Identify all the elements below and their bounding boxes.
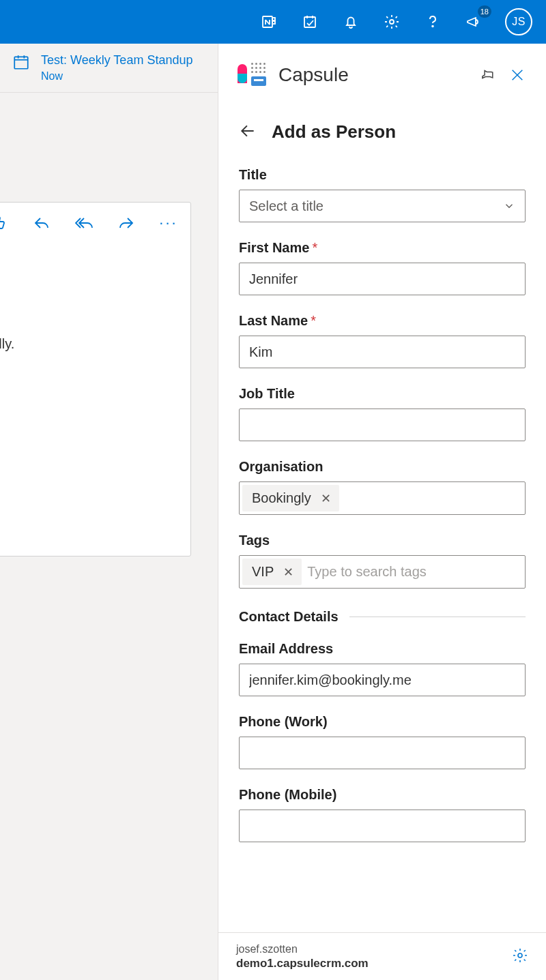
phone-mobile-input[interactable] (239, 810, 526, 842)
reply-all-icon[interactable] (74, 213, 94, 233)
footer-user: josef.szotten (236, 943, 369, 955)
remove-tag-icon[interactable]: ✕ (283, 565, 293, 580)
chevron-down-icon (503, 200, 515, 212)
reply-icon[interactable] (32, 213, 51, 233)
label-first-name: First Name* (239, 240, 526, 256)
notification-badge: 18 (478, 5, 491, 18)
phone-work-input[interactable] (239, 737, 526, 769)
label-phone-work: Phone (Work) (239, 714, 526, 730)
organisation-input[interactable]: Bookingly ✕ (239, 481, 526, 515)
mail-reading-pane: ··· onally. (0, 202, 191, 556)
calendar-event-row[interactable]: Test: Weekly Team Standup Now (0, 44, 218, 93)
event-title: Test: Weekly Team Standup (41, 53, 192, 68)
pin-icon[interactable] (478, 65, 497, 85)
capsule-addin-pane: Capsule Add as Person Title Select a tit… (218, 44, 546, 980)
bell-icon[interactable] (341, 12, 360, 31)
tag-chip: VIP ✕ (242, 559, 302, 585)
capsule-footer: josef.szotten demo1.capsulecrm.com (218, 932, 546, 980)
capsule-header: Capsule (218, 44, 546, 93)
label-last-name: Last Name* (239, 313, 526, 329)
capsule-app-name: Capsule (278, 64, 467, 86)
remove-org-icon[interactable]: ✕ (321, 491, 331, 506)
todo-icon[interactable] (300, 12, 319, 31)
more-icon[interactable]: ··· (159, 213, 178, 233)
onenote-icon[interactable] (259, 12, 278, 31)
avatar[interactable]: JS (505, 8, 532, 35)
label-tags: Tags (239, 533, 526, 548)
label-title: Title (239, 167, 526, 183)
footer-gear-icon[interactable] (512, 947, 528, 966)
back-arrow-icon[interactable] (239, 122, 258, 143)
svg-rect-1 (272, 18, 275, 20)
page-title: Add as Person (272, 121, 396, 143)
forward-icon[interactable] (117, 213, 136, 233)
job-title-input[interactable] (239, 409, 526, 441)
help-icon[interactable] (423, 12, 442, 31)
megaphone-icon[interactable]: 18 (464, 12, 483, 31)
label-phone-mobile: Phone (Mobile) (239, 787, 526, 803)
tags-search-input[interactable] (307, 564, 522, 580)
title-select-placeholder: Select a title (249, 198, 324, 214)
email-input[interactable] (239, 664, 526, 696)
label-job-title: Job Title (239, 386, 526, 402)
svg-point-10 (432, 26, 433, 27)
page-heading: Add as Person (239, 121, 526, 143)
capsule-logo-icon (238, 63, 268, 87)
svg-rect-2 (272, 21, 275, 24)
calendar-icon (12, 53, 30, 71)
mail-body-fragment: onally. (0, 336, 14, 352)
like-icon[interactable] (0, 213, 9, 233)
first-name-input[interactable] (239, 263, 526, 295)
gear-icon[interactable] (382, 12, 401, 31)
svg-rect-11 (14, 57, 28, 68)
title-select[interactable]: Select a title (239, 190, 526, 222)
event-time: Now (41, 70, 192, 83)
label-organisation: Organisation (239, 459, 526, 475)
close-icon[interactable] (508, 65, 527, 85)
svg-point-9 (390, 20, 394, 24)
footer-domain: demo1.capsulecrm.com (236, 957, 369, 970)
organisation-chip: Bookingly ✕ (242, 485, 339, 511)
outlook-left-pane: Test: Weekly Team Standup Now ··· onally… (0, 44, 218, 980)
svg-point-19 (518, 953, 522, 957)
outlook-top-bar: 18 JS (0, 0, 546, 44)
section-contact-details: Contact Details (239, 609, 526, 625)
tags-input[interactable]: VIP ✕ (239, 555, 526, 589)
svg-rect-6 (304, 17, 315, 27)
label-email: Email Address (239, 641, 526, 657)
last-name-input[interactable] (239, 336, 526, 368)
